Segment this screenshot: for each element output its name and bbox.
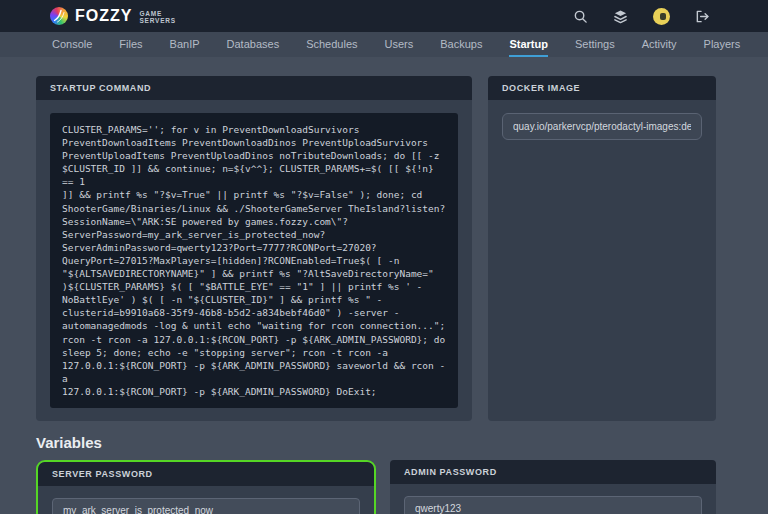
tab-startup[interactable]: Startup [509,32,548,57]
tab-banip[interactable]: BanIP [170,32,200,57]
variables-heading: Variables [36,434,716,451]
tab-console[interactable]: Console [52,32,92,57]
tab-schedules[interactable]: Schedules [306,32,357,57]
docker-image-body [488,100,716,421]
admin-password-body: If specified, players must provide this … [390,484,716,514]
server-password-body: If specified, players must provide this … [38,486,374,514]
topbar-actions [573,8,710,25]
startup-command-title: STARTUP COMMAND [36,76,472,100]
docker-image-title: DOCKER IMAGE [488,76,716,100]
fozzy-logo-icon [50,7,68,25]
startup-command-field[interactable]: CLUSTER_PARAMS=''; for v in PreventDownl… [50,113,458,408]
admin-password-panel: ADMIN PASSWORD If specified, players mus… [390,460,716,514]
brand-logo[interactable]: FOZZY GAME SERVERS [50,7,176,25]
tab-users[interactable]: Users [385,32,414,57]
admin-password-title: ADMIN PASSWORD [390,460,716,484]
startup-command-panel: STARTUP COMMAND CLUSTER_PARAMS=''; for v… [36,76,472,421]
user-avatar[interactable] [653,8,670,25]
brand-tagline-line1: GAME [139,10,176,18]
tab-players[interactable]: Players [704,32,741,57]
tab-activity[interactable]: Activity [642,32,677,57]
stack-icon[interactable] [613,9,628,24]
server-nav: Console Files BanIP Databases Schedules … [0,32,768,57]
brand-name: FOZZY [75,7,132,25]
tab-files[interactable]: Files [119,32,142,57]
tab-backups[interactable]: Backups [440,32,482,57]
startup-command-body: CLUSTER_PARAMS=''; for v in PreventDownl… [36,100,472,421]
brand-tagline-line2: SERVERS [139,17,176,25]
brand-tagline: GAME SERVERS [139,10,176,25]
server-password-highlight-border: SERVER PASSWORD If specified, players mu… [36,460,376,514]
logout-icon[interactable] [695,9,710,24]
tab-databases[interactable]: Databases [227,32,280,57]
docker-image-panel: DOCKER IMAGE [488,76,716,421]
startup-page: STARTUP COMMAND CLUSTER_PARAMS=''; for v… [0,57,768,514]
admin-password-input[interactable] [404,496,702,514]
search-icon[interactable] [573,9,588,24]
top-panels-row: STARTUP COMMAND CLUSTER_PARAMS=''; for v… [36,76,716,421]
docker-image-input[interactable] [502,113,702,140]
top-bar: FOZZY GAME SERVERS [0,0,768,32]
variables-row: SERVER PASSWORD If specified, players mu… [36,460,716,514]
tab-settings[interactable]: Settings [575,32,615,57]
server-password-input[interactable] [52,498,360,514]
server-password-title: SERVER PASSWORD [38,462,374,486]
server-password-panel: SERVER PASSWORD If specified, players mu… [38,462,374,514]
